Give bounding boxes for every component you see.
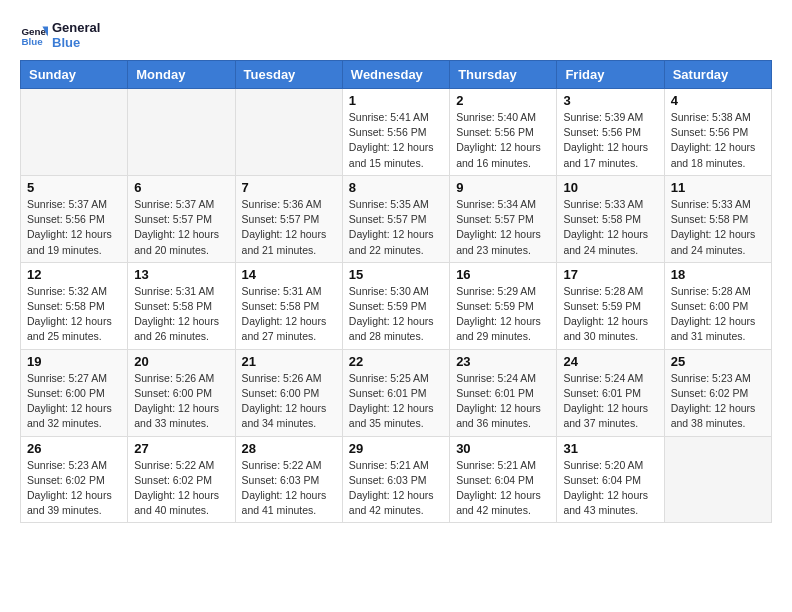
day-info: Sunrise: 5:37 AM Sunset: 5:57 PM Dayligh… — [134, 197, 228, 258]
calendar-cell: 10Sunrise: 5:33 AM Sunset: 5:58 PM Dayli… — [557, 175, 664, 262]
day-number: 28 — [242, 441, 336, 456]
day-info: Sunrise: 5:38 AM Sunset: 5:56 PM Dayligh… — [671, 110, 765, 171]
day-number: 12 — [27, 267, 121, 282]
day-info: Sunrise: 5:30 AM Sunset: 5:59 PM Dayligh… — [349, 284, 443, 345]
day-number: 23 — [456, 354, 550, 369]
calendar-header-row: SundayMondayTuesdayWednesdayThursdayFrid… — [21, 61, 772, 89]
logo-icon: General Blue — [20, 21, 48, 49]
calendar-cell — [128, 89, 235, 176]
day-info: Sunrise: 5:22 AM Sunset: 6:03 PM Dayligh… — [242, 458, 336, 519]
day-number: 29 — [349, 441, 443, 456]
day-info: Sunrise: 5:29 AM Sunset: 5:59 PM Dayligh… — [456, 284, 550, 345]
calendar-cell: 8Sunrise: 5:35 AM Sunset: 5:57 PM Daylig… — [342, 175, 449, 262]
day-number: 31 — [563, 441, 657, 456]
day-number: 15 — [349, 267, 443, 282]
calendar-cell: 6Sunrise: 5:37 AM Sunset: 5:57 PM Daylig… — [128, 175, 235, 262]
day-info: Sunrise: 5:33 AM Sunset: 5:58 PM Dayligh… — [671, 197, 765, 258]
col-header-sunday: Sunday — [21, 61, 128, 89]
day-info: Sunrise: 5:24 AM Sunset: 6:01 PM Dayligh… — [456, 371, 550, 432]
day-number: 9 — [456, 180, 550, 195]
calendar-cell: 14Sunrise: 5:31 AM Sunset: 5:58 PM Dayli… — [235, 262, 342, 349]
day-info: Sunrise: 5:31 AM Sunset: 5:58 PM Dayligh… — [134, 284, 228, 345]
day-info: Sunrise: 5:26 AM Sunset: 6:00 PM Dayligh… — [242, 371, 336, 432]
day-info: Sunrise: 5:36 AM Sunset: 5:57 PM Dayligh… — [242, 197, 336, 258]
calendar-week-row: 19Sunrise: 5:27 AM Sunset: 6:00 PM Dayli… — [21, 349, 772, 436]
day-info: Sunrise: 5:31 AM Sunset: 5:58 PM Dayligh… — [242, 284, 336, 345]
day-number: 22 — [349, 354, 443, 369]
calendar-week-row: 5Sunrise: 5:37 AM Sunset: 5:56 PM Daylig… — [21, 175, 772, 262]
day-number: 11 — [671, 180, 765, 195]
day-info: Sunrise: 5:28 AM Sunset: 6:00 PM Dayligh… — [671, 284, 765, 345]
day-info: Sunrise: 5:23 AM Sunset: 6:02 PM Dayligh… — [671, 371, 765, 432]
calendar-cell: 29Sunrise: 5:21 AM Sunset: 6:03 PM Dayli… — [342, 436, 449, 523]
calendar-cell — [664, 436, 771, 523]
day-number: 1 — [349, 93, 443, 108]
calendar-cell: 22Sunrise: 5:25 AM Sunset: 6:01 PM Dayli… — [342, 349, 449, 436]
calendar-week-row: 12Sunrise: 5:32 AM Sunset: 5:58 PM Dayli… — [21, 262, 772, 349]
day-number: 17 — [563, 267, 657, 282]
day-number: 14 — [242, 267, 336, 282]
calendar-cell: 1Sunrise: 5:41 AM Sunset: 5:56 PM Daylig… — [342, 89, 449, 176]
day-info: Sunrise: 5:28 AM Sunset: 5:59 PM Dayligh… — [563, 284, 657, 345]
logo-line2: Blue — [52, 35, 100, 50]
col-header-tuesday: Tuesday — [235, 61, 342, 89]
day-info: Sunrise: 5:27 AM Sunset: 6:00 PM Dayligh… — [27, 371, 121, 432]
col-header-wednesday: Wednesday — [342, 61, 449, 89]
col-header-friday: Friday — [557, 61, 664, 89]
calendar-cell: 17Sunrise: 5:28 AM Sunset: 5:59 PM Dayli… — [557, 262, 664, 349]
calendar-week-row: 1Sunrise: 5:41 AM Sunset: 5:56 PM Daylig… — [21, 89, 772, 176]
day-number: 4 — [671, 93, 765, 108]
day-info: Sunrise: 5:21 AM Sunset: 6:04 PM Dayligh… — [456, 458, 550, 519]
calendar-cell: 13Sunrise: 5:31 AM Sunset: 5:58 PM Dayli… — [128, 262, 235, 349]
day-info: Sunrise: 5:39 AM Sunset: 5:56 PM Dayligh… — [563, 110, 657, 171]
day-number: 10 — [563, 180, 657, 195]
calendar-cell: 9Sunrise: 5:34 AM Sunset: 5:57 PM Daylig… — [450, 175, 557, 262]
col-header-monday: Monday — [128, 61, 235, 89]
day-info: Sunrise: 5:22 AM Sunset: 6:02 PM Dayligh… — [134, 458, 228, 519]
calendar-cell: 11Sunrise: 5:33 AM Sunset: 5:58 PM Dayli… — [664, 175, 771, 262]
calendar-cell: 7Sunrise: 5:36 AM Sunset: 5:57 PM Daylig… — [235, 175, 342, 262]
day-number: 3 — [563, 93, 657, 108]
day-info: Sunrise: 5:24 AM Sunset: 6:01 PM Dayligh… — [563, 371, 657, 432]
day-number: 21 — [242, 354, 336, 369]
calendar-cell: 5Sunrise: 5:37 AM Sunset: 5:56 PM Daylig… — [21, 175, 128, 262]
calendar-cell: 21Sunrise: 5:26 AM Sunset: 6:00 PM Dayli… — [235, 349, 342, 436]
calendar-cell: 31Sunrise: 5:20 AM Sunset: 6:04 PM Dayli… — [557, 436, 664, 523]
col-header-saturday: Saturday — [664, 61, 771, 89]
day-info: Sunrise: 5:34 AM Sunset: 5:57 PM Dayligh… — [456, 197, 550, 258]
calendar-cell: 19Sunrise: 5:27 AM Sunset: 6:00 PM Dayli… — [21, 349, 128, 436]
day-info: Sunrise: 5:26 AM Sunset: 6:00 PM Dayligh… — [134, 371, 228, 432]
day-number: 2 — [456, 93, 550, 108]
col-header-thursday: Thursday — [450, 61, 557, 89]
calendar-week-row: 26Sunrise: 5:23 AM Sunset: 6:02 PM Dayli… — [21, 436, 772, 523]
calendar-cell: 3Sunrise: 5:39 AM Sunset: 5:56 PM Daylig… — [557, 89, 664, 176]
day-info: Sunrise: 5:41 AM Sunset: 5:56 PM Dayligh… — [349, 110, 443, 171]
calendar-cell: 18Sunrise: 5:28 AM Sunset: 6:00 PM Dayli… — [664, 262, 771, 349]
calendar-cell: 12Sunrise: 5:32 AM Sunset: 5:58 PM Dayli… — [21, 262, 128, 349]
calendar-cell: 28Sunrise: 5:22 AM Sunset: 6:03 PM Dayli… — [235, 436, 342, 523]
day-number: 20 — [134, 354, 228, 369]
calendar-cell: 23Sunrise: 5:24 AM Sunset: 6:01 PM Dayli… — [450, 349, 557, 436]
calendar-table: SundayMondayTuesdayWednesdayThursdayFrid… — [20, 60, 772, 523]
svg-text:Blue: Blue — [21, 36, 43, 47]
calendar-cell: 27Sunrise: 5:22 AM Sunset: 6:02 PM Dayli… — [128, 436, 235, 523]
day-info: Sunrise: 5:23 AM Sunset: 6:02 PM Dayligh… — [27, 458, 121, 519]
calendar-cell: 4Sunrise: 5:38 AM Sunset: 5:56 PM Daylig… — [664, 89, 771, 176]
day-info: Sunrise: 5:32 AM Sunset: 5:58 PM Dayligh… — [27, 284, 121, 345]
day-info: Sunrise: 5:25 AM Sunset: 6:01 PM Dayligh… — [349, 371, 443, 432]
logo: General Blue General Blue — [20, 20, 100, 50]
day-info: Sunrise: 5:35 AM Sunset: 5:57 PM Dayligh… — [349, 197, 443, 258]
day-info: Sunrise: 5:40 AM Sunset: 5:56 PM Dayligh… — [456, 110, 550, 171]
day-number: 30 — [456, 441, 550, 456]
calendar-cell: 26Sunrise: 5:23 AM Sunset: 6:02 PM Dayli… — [21, 436, 128, 523]
day-number: 16 — [456, 267, 550, 282]
day-number: 19 — [27, 354, 121, 369]
day-info: Sunrise: 5:33 AM Sunset: 5:58 PM Dayligh… — [563, 197, 657, 258]
day-number: 27 — [134, 441, 228, 456]
day-info: Sunrise: 5:37 AM Sunset: 5:56 PM Dayligh… — [27, 197, 121, 258]
logo-line1: General — [52, 20, 100, 35]
day-info: Sunrise: 5:20 AM Sunset: 6:04 PM Dayligh… — [563, 458, 657, 519]
calendar-cell — [21, 89, 128, 176]
header: General Blue General Blue — [20, 20, 772, 50]
calendar-cell: 15Sunrise: 5:30 AM Sunset: 5:59 PM Dayli… — [342, 262, 449, 349]
